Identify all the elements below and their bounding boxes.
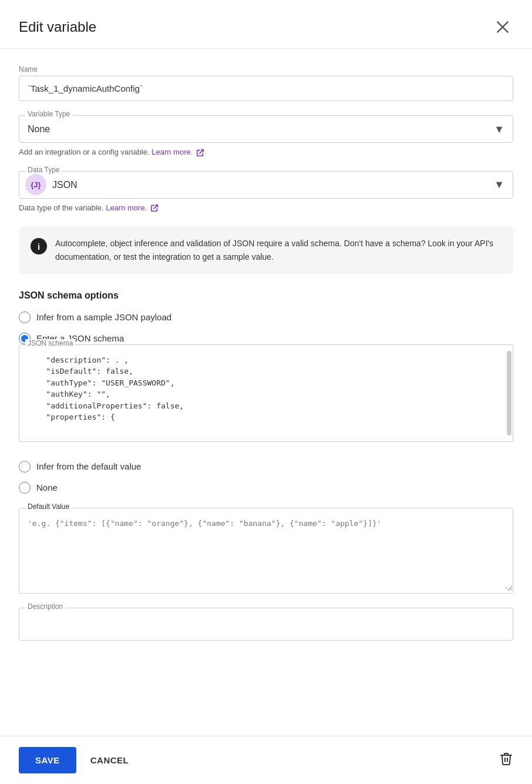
- enter-schema-section: Enter a JSON schema JSON schema "descrip…: [19, 333, 513, 451]
- json-schema-options-group: JSON schema options Infer from a sample …: [19, 290, 513, 494]
- description-wrapper: Description: [19, 608, 513, 641]
- name-label: Name: [19, 65, 513, 73]
- data-type-select-wrapper: Data Type {J} JSON String Integer Boolea…: [19, 171, 513, 199]
- info-text: Autocomplete, object inference and valid…: [55, 237, 501, 263]
- dialog-body: Name Variable Type None Integration Conf…: [0, 49, 532, 736]
- name-field-group: Name: [19, 65, 513, 101]
- dialog-header: Edit variable: [0, 0, 532, 49]
- data-type-group: Data Type {J} JSON String Integer Boolea…: [19, 171, 513, 213]
- default-value-wrapper: Default Value ⤡: [19, 508, 513, 594]
- json-schema-options-title: JSON schema options: [19, 290, 513, 301]
- radio-infer-default[interactable]: [19, 461, 31, 473]
- radio-item-enter-schema[interactable]: Enter a JSON schema: [19, 333, 513, 344]
- radio-label-infer-sample: Infer from a sample JSON payload: [36, 312, 171, 322]
- json-schema-textarea[interactable]: "description": . , "isDefault": false, "…: [19, 345, 513, 439]
- json-type-icon: {J}: [25, 174, 46, 195]
- save-button[interactable]: SAVE: [19, 747, 76, 773]
- json-schema-wrapper: JSON schema "description": . , "isDefaul…: [19, 344, 513, 442]
- json-scrollbar[interactable]: [507, 351, 511, 435]
- dialog-title: Edit variable: [19, 19, 96, 35]
- radio-none[interactable]: [19, 482, 31, 494]
- variable-type-select[interactable]: None Integration Config: [19, 116, 513, 142]
- data-type-label: Data Type: [25, 166, 62, 174]
- description-label: Description: [25, 602, 65, 611]
- data-type-helper: Data type of the variable. Learn more.: [19, 203, 513, 213]
- data-type-learn-more-link[interactable]: Learn more.: [106, 203, 159, 212]
- svg-line-3: [154, 205, 157, 209]
- default-value-textarea[interactable]: [19, 508, 513, 591]
- radio-item-none[interactable]: None: [19, 482, 513, 494]
- variable-type-group: Variable Type None Integration Config ▼ …: [19, 115, 513, 157]
- radio-infer-sample[interactable]: [19, 311, 31, 323]
- resize-handle-icon: ⤡: [504, 585, 511, 592]
- dialog-footer: SAVE CANCEL: [0, 736, 532, 784]
- radio-item-infer-default[interactable]: Infer from the default value: [19, 461, 513, 473]
- radio-label-none: None: [36, 483, 58, 492]
- description-textarea[interactable]: [19, 608, 513, 638]
- variable-type-label: Variable Type: [25, 110, 72, 118]
- radio-item-infer-sample[interactable]: Infer from a sample JSON payload: [19, 311, 513, 323]
- info-icon: i: [31, 238, 47, 254]
- delete-button[interactable]: [499, 752, 513, 769]
- external-link-icon: [196, 149, 204, 157]
- close-button[interactable]: [492, 16, 513, 38]
- cancel-button[interactable]: CANCEL: [86, 747, 134, 773]
- radio-label-infer-default: Infer from the default value: [36, 461, 141, 471]
- info-box: i Autocomplete, object inference and val…: [19, 226, 513, 274]
- json-schema-radio-group: Infer from a sample JSON payload Enter a…: [19, 311, 513, 494]
- data-type-select[interactable]: JSON String Integer Boolean Number: [46, 172, 513, 198]
- variable-type-helper: Add an integration or a config variable.…: [19, 148, 513, 157]
- data-type-external-link-icon: [150, 204, 159, 212]
- svg-line-2: [200, 149, 203, 153]
- variable-type-learn-more-link[interactable]: Learn more.: [151, 148, 204, 156]
- variable-type-select-wrapper: Variable Type None Integration Config ▼: [19, 115, 513, 143]
- delete-icon: [499, 752, 513, 766]
- json-schema-float-label: JSON schema: [25, 339, 75, 347]
- name-input[interactable]: [19, 76, 513, 101]
- default-value-label: Default Value: [25, 502, 72, 511]
- edit-variable-dialog: Edit variable Name Variable Type None In…: [0, 0, 532, 784]
